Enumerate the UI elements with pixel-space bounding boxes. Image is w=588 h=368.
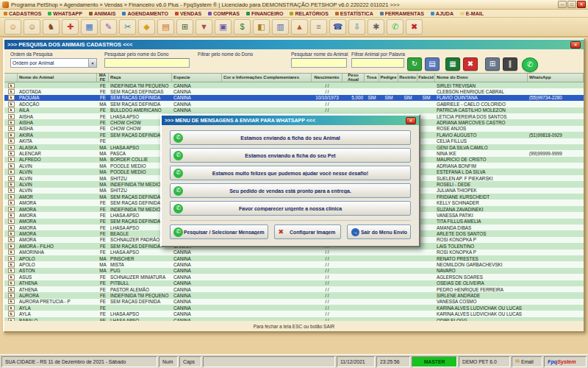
order-select[interactable]: Ordem por Animal ▼: [10, 58, 97, 68]
labels-toolbutton[interactable]: ≡: [310, 19, 327, 35]
whatsapp-message-button[interactable]: ✆Seu pedido de vendas está pronto para a…: [170, 183, 411, 198]
cell: FE: [97, 244, 109, 249]
minimize-button[interactable]: –: [558, 1, 567, 8]
purchases-toolbutton[interactable]: ▼: [196, 19, 212, 35]
whatsapp-toolbutton[interactable]: ✆: [387, 19, 404, 35]
menu-item-financeiro[interactable]: FINANCEIRO: [246, 11, 284, 16]
column-header[interactable]: Nome do Animal: [18, 74, 97, 82]
cell: FE: [97, 311, 109, 316]
whatsapp-message-button[interactable]: ✆Estamos muito felizes que pudemos ajuda…: [170, 166, 411, 180]
table-row[interactable]: ♞ATHENAFEPITBULLCANINA/ /OSEIAS DE OLIVE…: [4, 280, 584, 286]
reports-toolbutton[interactable]: ▥: [272, 19, 289, 35]
print-button[interactable]: ▤: [425, 57, 440, 71]
menu-item-animais[interactable]: ANIMAIS: [89, 11, 116, 16]
refresh-button[interactable]: ↻: [407, 57, 422, 71]
products-toolbutton[interactable]: ◆: [138, 19, 155, 35]
cashier-toolbutton[interactable]: ◧: [253, 19, 270, 35]
menu-item-ferramentas[interactable]: FERRAMENTAS: [380, 11, 424, 16]
chevron-down-icon[interactable]: ▼: [88, 59, 96, 67]
menu-item-agendamento[interactable]: AGENDAMENTO: [122, 11, 168, 16]
owner-search-input[interactable]: [104, 58, 190, 68]
pet-icon: ♞: [8, 114, 15, 119]
table-row[interactable]: ♞ASUSFESCHNAUZER MINIATURACANINA/ /AGLER…: [4, 274, 584, 280]
whatsapp-button[interactable]: ✆: [522, 57, 538, 72]
agenda-toolbutton[interactable]: ▦: [81, 19, 98, 35]
table-row[interactable]: ♞ASTONMAPUGCANINA/ /NAVARO: [4, 268, 584, 274]
close-search-button[interactable]: ✖: [463, 57, 478, 71]
backup-toolbutton[interactable]: ⇩: [348, 19, 365, 35]
column-header[interactable]: Nome do Dono: [435, 74, 528, 82]
menu-item-ajuda[interactable]: AJUDA: [431, 11, 453, 16]
table-row[interactable]: ♞PAQUAIAFESEM RAÇAS DEFINIDACANINA10/10/…: [4, 95, 584, 101]
table-row[interactable]: ♞FEINDEFINIDA TM PEQUENOCANINA/ /SIRLEI …: [4, 82, 584, 88]
menu-item-whatsapp[interactable]: WHATSAPP: [48, 11, 82, 16]
stock-toolbutton[interactable]: ▣: [215, 19, 232, 35]
export-excel-button[interactable]: ▦: [445, 57, 460, 71]
cell: JULIANA THIOPEK: [435, 188, 528, 193]
status-email[interactable]: ✉Email: [512, 356, 542, 367]
column-header[interactable]: Pedigre: [379, 74, 398, 82]
barcode-button[interactable]: ∥: [503, 57, 517, 71]
settings-toolbutton[interactable]: ✱: [368, 19, 384, 35]
statistics-toolbutton[interactable]: ▲: [291, 19, 308, 35]
menu-item-cadastros[interactable]: CADASTROS: [4, 11, 41, 16]
table-row[interactable]: ♞ADOTADAFESEM RAÇAS DEFINIDASCANINA/ /CL…: [4, 88, 584, 94]
search-window-close-button[interactable]: ✕: [570, 41, 581, 49]
column-header[interactable]: Raça: [109, 74, 172, 82]
column-header[interactable]: Tosa: [365, 74, 379, 82]
compras-icon: [208, 12, 212, 15]
column-header[interactable]: Falecid: [417, 74, 435, 82]
column-header[interactable]: Nascimento: [312, 74, 343, 82]
pdv-toolbutton[interactable]: ⊞: [176, 19, 193, 35]
column-header[interactable]: Restrito: [398, 74, 417, 82]
animal-search-input[interactable]: [291, 58, 347, 68]
cell: ALASKA: [18, 145, 97, 150]
maximize-button[interactable]: □: [567, 1, 576, 8]
finance-toolbutton[interactable]: $: [234, 19, 251, 35]
vaccines-toolbutton[interactable]: ✚: [62, 19, 79, 35]
whatsapp-message-button[interactable]: ✆Favor comparecer urgente a nossa clínic…: [170, 201, 411, 216]
menu-item-relatorios[interactable]: RELATÓRIOS: [290, 11, 328, 16]
table-row[interactable]: ♞AMORINHAFELHASA APSOCANINA/ /ROSI KONOP…: [4, 250, 584, 255]
column-header[interactable]: Peso Atual: [343, 74, 365, 82]
grooming-toolbutton[interactable]: ✂: [119, 19, 136, 35]
table-row[interactable]: ♞ADOÇÃOMASEM RAÇAS DEFINIDACANINA/ /GABR…: [4, 101, 584, 107]
calculator-button[interactable]: ⊞: [485, 57, 500, 71]
column-header[interactable]: WhatsApp: [528, 74, 584, 82]
menu-label: COMPRAS: [213, 11, 240, 16]
menu-item-compras[interactable]: COMPRAS: [208, 11, 240, 16]
table-row[interactable]: ♞APOLOMAPINSCHERCANINA/ /RENATO PRESTES: [4, 255, 584, 261]
service-order-toolbutton[interactable]: ✎: [100, 19, 117, 35]
button-label: Configurar Imagem: [275, 230, 340, 235]
exit-toolbutton[interactable]: ✖: [406, 19, 423, 35]
table-row[interactable]: ♞AURORAFEINDEFINIDA TM PEQUENOCANINA/ /S…: [4, 292, 584, 298]
table-row[interactable]: ♞AYLAFELHASA APSOCANINA/ /KARINA ALVES L…: [4, 311, 584, 316]
table-row[interactable]: ♞ATHENAFEPASTOR ALEMÃOCANINA/ /PEDRO HEN…: [4, 286, 584, 292]
table-row[interactable]: ♞APOLOMAMISTACANINA/ /NEOMILDON GARBACHE…: [4, 261, 584, 267]
suppliers-toolbutton[interactable]: ☺: [24, 19, 40, 35]
table-row[interactable]: ♞AILAFEBULLDOG AMERICANOCANINA/ /PATRICI…: [4, 107, 584, 113]
close-button[interactable]: ✕: [577, 1, 586, 8]
column-header[interactable]: Cor e Informações Complementares: [222, 74, 312, 82]
whatsapp-message-button[interactable]: ✆Estamos enviando a ficha do seu Pet: [170, 148, 411, 163]
configure-image-button[interactable]: ✖ Configurar Imagem: [274, 224, 341, 239]
column-header[interactable]: MA FE: [97, 74, 109, 82]
dialog-close-button[interactable]: ✕: [406, 117, 416, 124]
pet-photo-cell: ♞: [4, 311, 18, 316]
clients-toolbutton[interactable]: ☺: [4, 19, 21, 35]
menu-item-estatistica[interactable]: ESTATÍSTICA: [335, 11, 373, 16]
menu-item-vendas[interactable]: VENDAS: [175, 11, 201, 16]
animals-toolbutton[interactable]: ♞: [43, 19, 60, 35]
exit-menu-button[interactable]: → Sair do Menu Envio: [347, 224, 411, 239]
pet-photo-cell: ♞: [4, 169, 18, 174]
column-header[interactable]: Especie: [172, 74, 222, 82]
phones-toolbutton[interactable]: ☎: [329, 19, 346, 35]
products-icon: ◆: [143, 23, 149, 31]
menu-item-email[interactable]: ✉E-MAIL: [460, 11, 484, 16]
sales-toolbutton[interactable]: ▤: [157, 19, 174, 35]
whatsapp-message-button[interactable]: ✆Estamos enviando a ficha do seu Animal: [170, 130, 411, 145]
search-message-button[interactable]: ✆ Pesquisar / Selecionar Mensagem: [170, 224, 268, 239]
table-row[interactable]: ♞AURORA PRETUCIA - PFESEM RAÇAS DEFINIDA…: [4, 299, 584, 305]
table-row[interactable]: ♞AYLAFECANINA/ /KARINA ALVES LUDVICHAK O…: [4, 305, 584, 311]
animal-filter-input[interactable]: [351, 58, 404, 68]
